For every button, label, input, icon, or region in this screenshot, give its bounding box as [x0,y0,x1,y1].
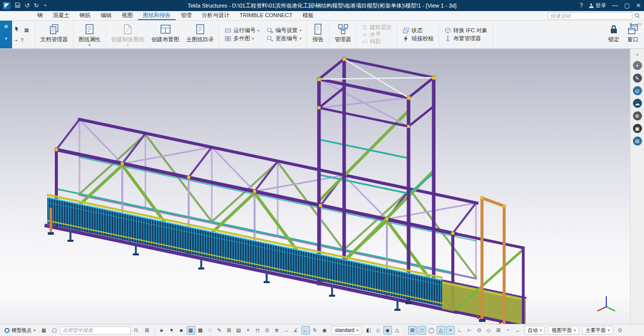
snap-points-icon[interactable]: ⊠ [408,326,417,334]
work-area-button[interactable]: ▦ [40,326,48,334]
save-button[interactable] [15,2,21,9]
weld-icon[interactable]: ⊓ [254,326,262,334]
ribbon-collapse-button[interactable]: ∧ [629,21,632,27]
menu-item[interactable]: 视图 [117,11,138,20]
doc-manager-button[interactable]: 文档管理器 [37,21,71,48]
menu-item[interactable]: 分析与设计 [197,11,234,20]
select-filter-icon[interactable]: ▼ [168,326,176,334]
menu-item[interactable]: 钢筋 [74,11,96,20]
cut-icon[interactable]: × [244,326,253,334]
organizer-button[interactable]: 管理器 [331,21,355,48]
angle-icon[interactable]: ∠ [292,326,300,334]
help-icon[interactable]: ? [580,3,583,9]
side-pane-collapse-chevron[interactable]: › [636,51,638,57]
ortho-icon[interactable]: ∟ [301,326,310,334]
settings-icon[interactable]: ⚙ [633,111,642,120]
level-button[interactable]: 水平 [361,31,393,38]
clash-check-button[interactable]: 链接校核 [401,35,435,42]
run-numbering-button[interactable]: 运行编号 ▾ [223,27,261,34]
multipart-drawing-button[interactable]: 多件图 ▾ [223,35,261,42]
reports-button[interactable]: 报告 [308,21,328,48]
search-icon[interactable] [132,326,141,334]
snap-extension-icon[interactable]: ⊢ [465,326,474,334]
model-focus-dropdown[interactable]: 模型焦点 ▾ [2,326,38,335]
change-numbering-button[interactable]: 更改编号 ▾ [266,35,303,42]
bolt-icon[interactable]: ⊙ [263,326,272,334]
snap-center-icon[interactable]: ◯ [427,326,436,334]
menu-item[interactable]: 图纸和报告 [138,11,176,20]
auto-dropdown[interactable]: 自动 ▾ [524,326,545,334]
search-icon[interactable] [635,13,640,18]
rotate-icon[interactable]: ↻ [311,326,319,334]
main-plane-dropdown[interactable]: 主要平面 ▾ [582,326,613,334]
spacing-button[interactable]: 间距 [361,38,393,45]
quick-launch-input[interactable] [548,12,632,20]
menu-item[interactable]: 钢 [32,11,48,20]
building-hierarchy-button[interactable]: 建筑层次 [361,24,393,31]
login-button[interactable]: 登录 [589,2,606,9]
select-components-icon[interactable]: ▩ [196,326,205,334]
select-parts-icon[interactable]: ▦ [187,326,195,334]
draw-icon[interactable]: ✎ [215,326,224,334]
chevron-down-icon[interactable]: ▾ [5,37,7,41]
trimble-connect-icon[interactable]: ☁ [633,99,642,108]
snap-end-icon[interactable]: □ [418,326,426,334]
camera-icon[interactable]: ◉ [320,326,329,334]
model-3d-view[interactable] [0,49,630,324]
maximize-button[interactable]: ▢ [624,3,630,9]
wireframe-icon[interactable]: ◇ [374,326,382,334]
numbering-settings-button[interactable]: 编号设置 ▾ [266,27,303,34]
chevron-down-icon[interactable]: ▾ [258,29,260,33]
layout-manager-button[interactable]: 布置管理器 [443,35,489,42]
perspective-icon[interactable]: △ [393,326,401,334]
context-help-button[interactable]: ? [21,38,24,43]
menu-item[interactable]: 模板 [297,11,318,20]
status-button[interactable]: 状态 [401,27,435,34]
undo-button[interactable]: ↺ [25,3,30,9]
components-icon[interactable]: ⊞ [633,137,642,146]
rebar-icon[interactable]: ≣ [273,326,281,334]
snap-free-icon[interactable]: ↔ [513,326,522,334]
search-scope-button[interactable]: ⊞ [143,326,151,334]
history-button[interactable]: ◔ [43,3,46,9]
select-pointer-icon[interactable]: ► [158,326,167,334]
menu-item[interactable]: 编辑 [96,11,117,20]
reference-models-icon[interactable]: ◎ [633,86,642,95]
chevron-down-icon[interactable]: ▾ [252,37,254,41]
chevron-down-icon[interactable]: ▾ [89,44,91,46]
drawing-properties-button[interactable]: 图纸属性 ▾ [75,21,104,48]
shading-icon[interactable]: ◧ [364,326,373,334]
close-button[interactable]: ✕ [636,3,641,9]
menu-item[interactable]: 管理 [176,11,197,20]
cursor-small-tool[interactable]: ➝ [14,38,18,43]
chevron-down-icon[interactable]: ▾ [300,37,302,41]
grid-icon[interactable]: ⊞ [225,326,233,334]
properties-pane-icon[interactable]: + [633,61,642,70]
snap-perpendicular-icon[interactable]: ∟ [456,326,464,334]
snap-intersection-icon[interactable]: × [446,326,455,334]
notes-icon[interactable]: ✎ [633,74,642,83]
view-plane-dropdown[interactable]: 视图平面 ▾ [548,326,579,334]
snap-nearest-icon[interactable]: ◇ [485,326,493,334]
create-fabrication-drawings-button[interactable]: 创建制造图纸 ▾ [108,21,148,48]
snap-any-icon[interactable]: ⊙ [475,326,484,334]
snap-midpoint-icon[interactable]: △ [437,326,445,334]
rendered-icon[interactable]: ◆ [383,326,392,334]
master-drawing-catalog-button[interactable]: 主图纸目录 [183,21,217,48]
visibility-icon[interactable]: ⊙ [616,326,624,334]
file-menu-strip[interactable]: ≡ ▾ [0,21,12,48]
menu-item[interactable]: 混凝土 [48,11,74,20]
select-area-icon[interactable]: ■ [177,326,186,334]
redo-button[interactable]: ↻ [34,3,39,9]
applications-icon[interactable]: ▣ [633,124,642,133]
lock-button[interactable]: 锁定 [604,21,623,48]
snap-line-icon[interactable]: ~ [504,326,512,334]
grid-lines-icon[interactable]: ▤ [234,326,243,334]
chevron-down-icon[interactable]: ▾ [300,29,302,33]
phase-dropdown[interactable]: standard ▾ [332,326,362,334]
select-mode-icon[interactable]: ▦ [24,27,29,33]
minimize-button[interactable]: — [612,3,618,9]
selection-set-button[interactable]: ▢ [50,326,59,334]
select-points-icon[interactable]: ∷ [206,326,214,334]
snap-grid-icon[interactable]: ⊞ [494,326,503,334]
